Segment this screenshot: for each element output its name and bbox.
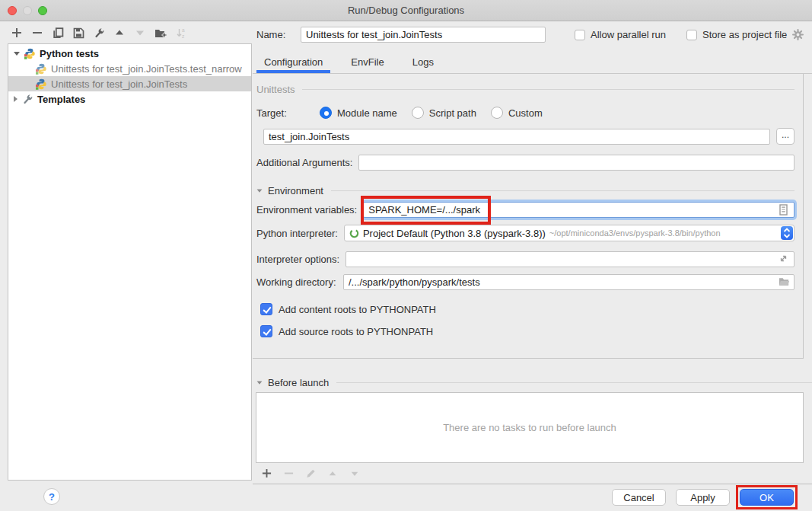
move-task-down-icon[interactable]	[349, 468, 361, 480]
name-label: Name:	[256, 29, 290, 40]
folder-icon[interactable]	[779, 276, 790, 288]
chevron-down-icon[interactable]	[14, 52, 20, 56]
python-tests-icon	[36, 63, 47, 75]
python-tests-icon	[36, 78, 47, 90]
edit-task-icon[interactable]	[304, 468, 317, 480]
radio-selected-icon[interactable]	[320, 107, 332, 119]
gear-icon[interactable]	[792, 29, 804, 40]
radio-icon[interactable]	[491, 107, 503, 119]
tree-item-label: Unittests for test_join.JoinTests	[51, 78, 187, 90]
divider	[302, 89, 794, 90]
add-content-roots-label: Add content roots to PYTHONPATH	[279, 304, 436, 315]
remove-icon[interactable]	[31, 27, 43, 39]
remove-task-icon[interactable]	[282, 468, 295, 480]
configuration-tab-panel: Unittests Target: Module name Script pat…	[253, 74, 804, 359]
apply-button[interactable]: Apply	[676, 489, 730, 506]
chevron-down-icon[interactable]	[257, 189, 263, 192]
python-interpreter-label: Python interpreter:	[256, 228, 338, 239]
unittests-group-title: Unittests	[256, 84, 295, 95]
copy-icon[interactable]	[52, 27, 64, 39]
before-launch-toolbar	[253, 463, 812, 484]
add-source-roots-checkbox[interactable]: Add source roots to PYTHONPATH	[256, 325, 794, 337]
tree-item-label: Python tests	[40, 48, 99, 59]
checkbox-icon[interactable]	[686, 30, 697, 40]
module-name-input[interactable]	[263, 129, 770, 145]
target-module-name-label: Module name	[337, 107, 397, 119]
save-icon[interactable]	[72, 27, 84, 39]
interpreter-stepper-icon[interactable]	[781, 226, 793, 240]
radio-icon[interactable]	[412, 107, 424, 119]
working-directory-input[interactable]	[343, 274, 794, 290]
interpreter-options-input[interactable]	[345, 251, 794, 267]
checkbox-checked-icon[interactable]	[260, 325, 272, 337]
configurations-toolbar: az	[11, 23, 187, 43]
add-icon[interactable]	[11, 27, 23, 39]
allow-parallel-run-checkbox[interactable]: Allow parallel run	[575, 29, 666, 40]
move-down-icon[interactable]	[134, 27, 146, 39]
interpreter-options-label: Interpreter options:	[256, 254, 339, 265]
add-task-icon[interactable]	[260, 468, 272, 480]
expand-icon[interactable]	[779, 254, 790, 265]
svg-text:z: z	[182, 34, 184, 39]
additional-arguments-label: Additional Arguments:	[256, 157, 352, 168]
ok-button[interactable]: OK	[740, 489, 794, 506]
python-interpreter-value: Project Default (Python 3.8 (pyspark-3.8…	[363, 228, 546, 239]
cancel-button[interactable]: Cancel	[612, 489, 666, 506]
annotation-ok-highlight: OK	[736, 485, 798, 509]
editor-tabs: Configuration EnvFile Logs	[253, 53, 812, 74]
help-button[interactable]: ?	[43, 488, 60, 505]
chevron-right-icon[interactable]	[14, 96, 18, 102]
browse-button[interactable]: ...	[776, 128, 794, 145]
target-label: Target:	[256, 107, 320, 119]
store-as-project-file-checkbox[interactable]: Store as project file	[686, 29, 787, 40]
environment-section-title: Environment	[268, 185, 323, 196]
python-tests-icon	[24, 48, 36, 59]
wrench-icon	[22, 94, 33, 105]
tab-logs[interactable]: Logs	[405, 53, 441, 73]
python-interpreter-path: ~/opt/miniconda3/envs/pyspark-3.8/bin/py…	[549, 228, 721, 238]
divider	[331, 190, 794, 191]
environment-variables-input[interactable]	[363, 202, 794, 218]
tab-envfile[interactable]: EnvFile	[343, 53, 391, 73]
tree-item-templates[interactable]: Templates	[8, 91, 251, 107]
minimize-window-button[interactable]	[23, 6, 32, 15]
tree-item-unittests-test-narrow[interactable]: Unittests for test_join.JoinTests.test_n…	[8, 61, 251, 76]
chevron-down-icon[interactable]	[257, 381, 263, 384]
sort-alphabetically-icon[interactable]: az	[175, 27, 187, 39]
divider	[336, 382, 812, 383]
target-script-path-radio[interactable]: Script path	[412, 107, 476, 119]
target-custom-radio[interactable]: Custom	[491, 107, 543, 119]
tree-item-python-tests[interactable]: Python tests	[8, 46, 251, 61]
target-script-path-label: Script path	[429, 107, 476, 119]
add-content-roots-checkbox[interactable]: Add content roots to PYTHONPATH	[256, 303, 794, 315]
title-bar[interactable]: Run/Debug Configurations	[0, 0, 812, 21]
target-module-name-radio[interactable]: Module name	[320, 107, 397, 119]
add-source-roots-label: Add source roots to PYTHONPATH	[279, 326, 433, 337]
target-custom-label: Custom	[508, 107, 543, 119]
tab-configuration[interactable]: Configuration	[256, 53, 330, 73]
close-window-button[interactable]	[8, 6, 17, 15]
env-list-icon[interactable]	[779, 204, 790, 216]
tree-item-unittests-jointests[interactable]: Unittests for test_join.JoinTests	[8, 76, 251, 91]
before-launch-task-list[interactable]: There are no tasks to run before launch	[256, 392, 804, 463]
empty-tasks-message: There are no tasks to run before launch	[443, 422, 616, 433]
configurations-tree: Python tests Unittests for test_join.Joi…	[8, 43, 252, 481]
tree-item-label: Unittests for test_join.JoinTests.test_n…	[51, 63, 242, 75]
new-folder-icon[interactable]	[154, 27, 167, 39]
python-interpreter-select[interactable]: Project Default (Python 3.8 (pyspark-3.8…	[344, 225, 794, 241]
store-as-project-file-label: Store as project file	[702, 29, 787, 40]
svg-text:a: a	[182, 27, 185, 33]
wrench-icon[interactable]	[93, 27, 105, 39]
tree-item-label: Templates	[37, 94, 85, 105]
move-up-icon[interactable]	[113, 27, 126, 39]
zoom-window-button[interactable]	[38, 6, 47, 15]
move-task-up-icon[interactable]	[326, 468, 339, 480]
name-input[interactable]	[301, 27, 546, 43]
configuration-editor: Name: Allow parallel run Store as projec…	[253, 21, 812, 511]
environment-variables-label: Environment variables:	[256, 204, 357, 216]
run-debug-configurations-dialog: Run/Debug Configurations az Pyth	[0, 0, 812, 511]
additional-arguments-input[interactable]	[358, 155, 794, 171]
checkbox-checked-icon[interactable]	[260, 303, 272, 315]
before-launch-title: Before launch	[268, 377, 329, 388]
checkbox-icon[interactable]	[575, 30, 585, 40]
